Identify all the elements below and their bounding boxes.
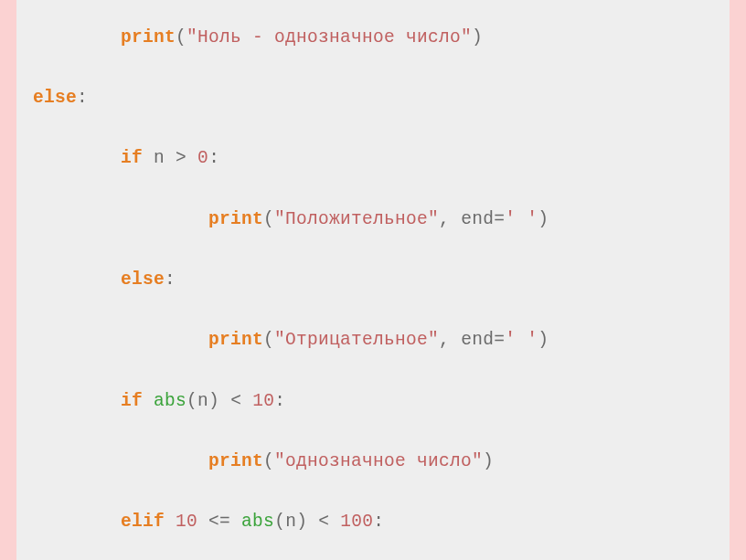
number: 10 <box>252 391 274 411</box>
variable: n <box>197 391 208 411</box>
string: "Отрицательное" <box>274 330 439 350</box>
variable: n <box>154 148 165 168</box>
operator: < <box>318 512 329 532</box>
code-line: print("однозначное число") <box>33 447 713 477</box>
punct: ) <box>538 330 549 350</box>
operator: < <box>230 391 241 411</box>
punct: ) <box>296 512 307 532</box>
operator: <= <box>208 512 230 532</box>
punct: ) <box>472 27 483 48</box>
number: 100 <box>340 512 373 532</box>
punct: ) <box>483 451 494 471</box>
string: "Положительное" <box>274 209 439 229</box>
punct: : <box>208 148 219 168</box>
keyword: elif <box>121 512 165 532</box>
call: print <box>208 451 263 471</box>
call: print <box>208 330 263 350</box>
punct: ( <box>274 512 285 532</box>
code-block: n = int(input("n = ")) if n == 0: print(… <box>16 0 730 560</box>
code-line: if n > 0: <box>33 143 713 174</box>
string: "Ноль - однозначное число" <box>186 27 472 48</box>
keyword: else <box>33 88 77 108</box>
punct: : <box>77 88 88 108</box>
operator: = <box>494 209 505 229</box>
keyword: else <box>121 269 165 290</box>
code-line: if abs(n) < 10: <box>33 386 713 417</box>
string: "однозначное число" <box>274 451 483 471</box>
string: ' ' <box>505 330 538 350</box>
function: abs <box>241 512 274 532</box>
punct: , <box>439 209 450 229</box>
punct: ( <box>263 330 274 350</box>
function: abs <box>154 391 186 411</box>
number: 0 <box>197 148 208 168</box>
string: ' ' <box>505 209 538 229</box>
code-line: print("Положительное", end=' ') <box>33 205 713 235</box>
call: print <box>121 27 176 48</box>
punct: : <box>373 512 384 532</box>
keyword: if <box>121 391 143 411</box>
punct: : <box>274 391 285 411</box>
punct: ( <box>186 391 197 411</box>
variable: n <box>285 512 296 532</box>
punct: ) <box>538 209 549 229</box>
keyword: if <box>121 148 143 168</box>
code-line: print("Отрицательное", end=' ') <box>33 325 713 355</box>
code-line: elif 10 <= abs(n) < 100: <box>33 507 713 537</box>
punct: ( <box>263 451 274 471</box>
code-line: print("Ноль - однозначное число") <box>33 23 713 53</box>
param: end <box>461 209 494 229</box>
punct: , <box>439 330 450 350</box>
punct: ( <box>176 27 186 48</box>
operator: > <box>176 148 186 168</box>
number: 10 <box>176 512 197 532</box>
code-line: else: <box>33 265 713 295</box>
call: print <box>208 209 263 229</box>
operator: = <box>494 330 505 350</box>
punct: ) <box>208 391 219 411</box>
punct: : <box>165 269 176 290</box>
code-line: else: <box>33 83 713 113</box>
punct: ( <box>263 209 274 229</box>
param: end <box>461 330 494 350</box>
